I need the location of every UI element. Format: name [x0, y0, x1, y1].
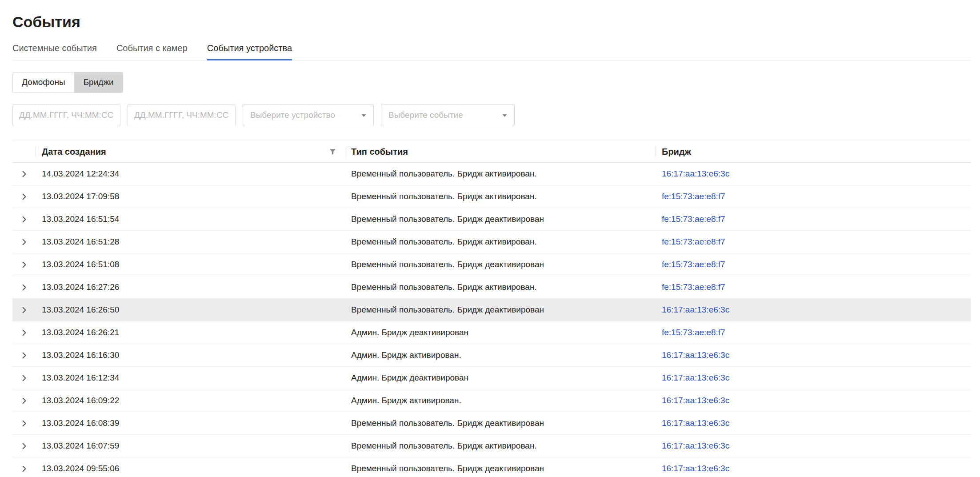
table-row[interactable]: 13.03.2024 16:12:34 Админ. Бридж деактив… — [12, 367, 971, 389]
row-date: 13.03.2024 16:51:28 — [36, 231, 345, 253]
tab-device-events[interactable]: События устройства — [207, 43, 292, 60]
header-type: Тип события — [345, 141, 656, 162]
chevron-down-icon — [501, 112, 508, 119]
row-bridge-link[interactable]: 16:17:aa:13:e6:3c — [662, 373, 729, 383]
events-table: Дата создания Тип события Бридж 14.03.20… — [12, 140, 971, 477]
table-row[interactable]: 13.03.2024 16:09:22 Админ. Бридж активир… — [12, 389, 971, 412]
chevron-right-icon — [20, 397, 28, 405]
row-date: 13.03.2024 16:16:30 — [36, 344, 345, 366]
row-bridge-link[interactable]: fe:15:73:ae:e8:f7 — [662, 237, 725, 247]
chevron-right-icon — [20, 306, 28, 314]
row-date: 14.03.2024 12:24:34 — [36, 163, 345, 185]
chevron-right-icon — [20, 193, 28, 200]
expand-row-button[interactable] — [12, 208, 36, 230]
row-bridge-link[interactable]: 16:17:aa:13:e6:3c — [662, 350, 729, 360]
row-date: 13.03.2024 16:26:21 — [36, 321, 345, 344]
row-type: Временный пользователь. Бридж активирова… — [345, 185, 656, 208]
expand-row-button[interactable] — [12, 389, 36, 412]
chevron-right-icon — [20, 261, 28, 269]
expand-row-button[interactable] — [12, 412, 36, 434]
row-date: 13.03.2024 16:26:50 — [36, 299, 345, 321]
header-bridge-label: Бридж — [662, 147, 691, 157]
table-row[interactable]: 13.03.2024 16:51:28 Временный пользовате… — [12, 231, 971, 253]
table-row[interactable]: 13.03.2024 17:09:58 Временный пользовате… — [12, 185, 971, 208]
row-bridge-link[interactable]: 16:17:aa:13:e6:3c — [662, 464, 729, 473]
row-type: Временный пользователь. Бридж активирова… — [345, 435, 656, 457]
toggle-bridges[interactable]: Бриджи — [74, 72, 123, 92]
expand-row-button[interactable] — [12, 163, 36, 185]
row-bridge-link[interactable]: fe:15:73:ae:e8:f7 — [662, 260, 725, 269]
expand-row-button[interactable] — [12, 344, 36, 366]
row-type: Временный пользователь. Бридж активирова… — [345, 276, 656, 298]
expand-row-button[interactable] — [12, 231, 36, 253]
chevron-right-icon — [20, 465, 28, 473]
row-date: 13.03.2024 16:08:39 — [36, 412, 345, 434]
table-header: Дата создания Тип события Бридж — [12, 141, 971, 163]
expand-row-button[interactable] — [12, 367, 36, 389]
table-row[interactable]: 13.03.2024 16:26:50 Временный пользовате… — [12, 299, 971, 321]
expand-row-button[interactable] — [12, 321, 36, 344]
device-select[interactable]: Выберите устройство — [243, 104, 374, 126]
row-bridge-link[interactable]: fe:15:73:ae:e8:f7 — [662, 328, 725, 337]
row-date: 13.03.2024 16:51:08 — [36, 253, 345, 276]
table-row[interactable]: 13.03.2024 16:51:54 Временный пользовате… — [12, 208, 971, 231]
chevron-right-icon — [20, 329, 28, 337]
table-row[interactable]: 13.03.2024 16:51:08 Временный пользовате… — [12, 253, 971, 276]
filter-funnel-icon[interactable] — [329, 148, 336, 155]
event-select-placeholder: Выберите событие — [388, 110, 463, 120]
chevron-down-icon — [360, 112, 367, 119]
header-date: Дата создания — [36, 141, 345, 162]
row-date: 13.03.2024 16:27:26 — [36, 276, 345, 298]
expand-row-button[interactable] — [12, 276, 36, 298]
row-type: Временный пользователь. Бридж деактивиро… — [345, 412, 656, 434]
table-row[interactable]: 13.03.2024 16:26:21 Админ. Бридж деактив… — [12, 321, 971, 344]
header-type-label: Тип события — [351, 147, 408, 157]
chevron-right-icon — [20, 374, 28, 382]
table-body: 14.03.2024 12:24:34 Временный пользовате… — [12, 163, 971, 477]
device-type-toggle: Домофоны Бриджи — [12, 72, 123, 93]
table-row[interactable]: 13.03.2024 16:08:39 Временный пользовате… — [12, 412, 971, 435]
date-to-input[interactable] — [128, 104, 236, 126]
table-row[interactable]: 13.03.2024 16:07:59 Временный пользовате… — [12, 435, 971, 457]
expand-row-button[interactable] — [12, 299, 36, 321]
row-bridge-link[interactable]: 16:17:aa:13:e6:3c — [662, 169, 729, 179]
date-from-input[interactable] — [12, 104, 120, 126]
row-date: 13.03.2024 17:09:58 — [36, 185, 345, 208]
chevron-right-icon — [20, 420, 28, 427]
chevron-right-icon — [20, 442, 28, 450]
chevron-right-icon — [20, 238, 28, 246]
row-bridge-link[interactable]: 16:17:aa:13:e6:3c — [662, 396, 729, 405]
expand-row-button[interactable] — [12, 435, 36, 457]
expand-row-button[interactable] — [12, 457, 36, 477]
row-bridge-link[interactable]: fe:15:73:ae:e8:f7 — [662, 282, 725, 292]
row-date: 13.03.2024 09:55:06 — [36, 457, 345, 477]
toggle-intercoms[interactable]: Домофоны — [13, 72, 74, 92]
row-type: Админ. Бридж активирован. — [345, 389, 656, 412]
row-bridge-link[interactable]: 16:17:aa:13:e6:3c — [662, 441, 729, 451]
header-expand-cell — [12, 141, 36, 162]
table-row[interactable]: 13.03.2024 16:16:30 Админ. Бридж активир… — [12, 344, 971, 367]
row-type: Временный пользователь. Бридж деактивиро… — [345, 208, 656, 230]
chevron-right-icon — [20, 216, 28, 223]
event-select[interactable]: Выберите событие — [381, 104, 515, 126]
expand-row-button[interactable] — [12, 253, 36, 276]
row-bridge-link[interactable]: fe:15:73:ae:e8:f7 — [662, 214, 725, 224]
expand-row-button[interactable] — [12, 185, 36, 208]
tab-bar: Системные события События с камер Событи… — [12, 43, 971, 60]
row-type: Временный пользователь. Бридж деактивиро… — [345, 299, 656, 321]
row-bridge-link[interactable]: fe:15:73:ae:e8:f7 — [662, 192, 725, 201]
row-type: Админ. Бридж активирован. — [345, 344, 656, 366]
chevron-right-icon — [20, 352, 28, 359]
row-bridge-link[interactable]: 16:17:aa:13:e6:3c — [662, 305, 729, 315]
row-date: 13.03.2024 16:07:59 — [36, 435, 345, 457]
filters-bar: Выберите устройство Выберите событие — [12, 104, 971, 126]
table-row[interactable]: 13.03.2024 09:55:06 Временный пользовате… — [12, 457, 971, 477]
table-row[interactable]: 14.03.2024 12:24:34 Временный пользовате… — [12, 163, 971, 185]
header-date-label: Дата создания — [42, 147, 106, 157]
table-row[interactable]: 13.03.2024 16:27:26 Временный пользовате… — [12, 276, 971, 299]
tab-camera-events[interactable]: События с камер — [116, 43, 188, 60]
tab-system-events[interactable]: Системные события — [12, 43, 97, 60]
row-bridge-link[interactable]: 16:17:aa:13:e6:3c — [662, 418, 729, 428]
row-type: Админ. Бридж деактивирован — [345, 321, 656, 344]
chevron-right-icon — [20, 284, 28, 291]
